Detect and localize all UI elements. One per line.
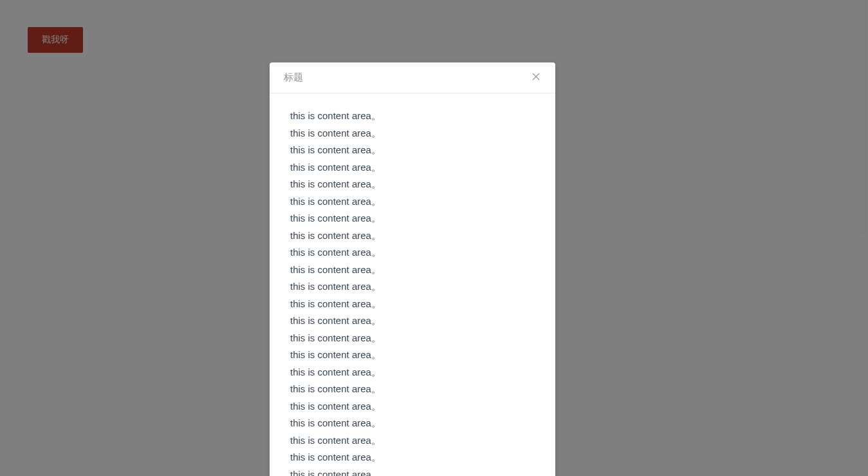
content-line: this is content area。 xyxy=(290,364,535,381)
close-icon xyxy=(532,73,540,82)
content-line: this is content area。 xyxy=(290,142,535,159)
dialog-body[interactable]: this is content area。this is content are… xyxy=(270,93,555,476)
content-line: this is content area。 xyxy=(290,193,535,211)
content-line: this is content area。 xyxy=(290,398,535,415)
content-line: this is content area。 xyxy=(290,227,535,245)
content-line: this is content area。 xyxy=(290,176,535,193)
content-line: this is content area。 xyxy=(290,125,535,142)
content-line: this is content area。 xyxy=(290,262,535,279)
content-line: this is content area。 xyxy=(290,210,535,227)
content-line: this is content area。 xyxy=(290,432,535,450)
dialog-header: 标题 xyxy=(270,62,555,93)
content-line: this is content area。 xyxy=(290,296,535,313)
scrollbar-thumb[interactable] xyxy=(860,0,867,235)
content-line: this is content area。 xyxy=(290,312,535,330)
content-line: this is content area。 xyxy=(290,108,535,125)
content-line: this is content area。 xyxy=(290,415,535,432)
content-line: this is content area。 xyxy=(290,466,535,477)
content-line: this is content area。 xyxy=(290,347,535,364)
content-line: this is content area。 xyxy=(290,330,535,347)
content-line: this is content area。 xyxy=(290,278,535,296)
dialog-title: 标题 xyxy=(284,71,303,84)
content-line: this is content area。 xyxy=(290,159,535,176)
content-line: this is content area。 xyxy=(290,381,535,398)
dialog: 标题 this is content area。this is content … xyxy=(270,62,555,476)
content-line: this is content area。 xyxy=(290,244,535,262)
close-button[interactable] xyxy=(531,73,541,83)
content-line: this is content area。 xyxy=(290,449,535,466)
